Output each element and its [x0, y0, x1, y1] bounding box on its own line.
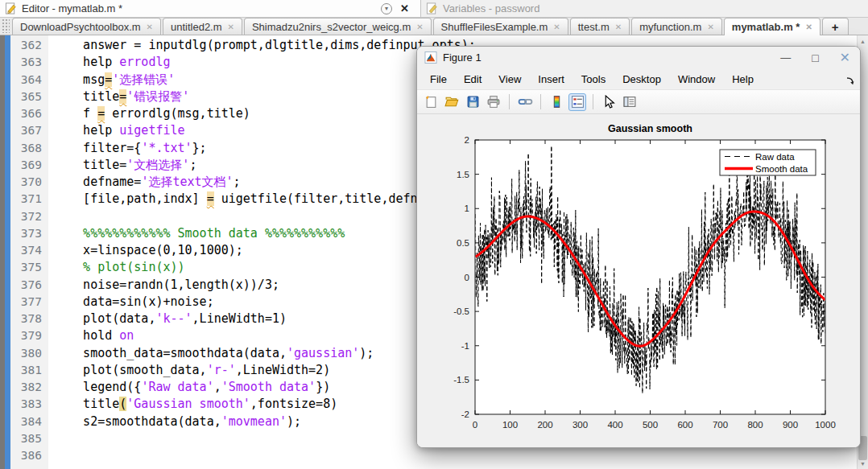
line-number-374[interactable]: 374 [10, 242, 42, 259]
plot-title: Gaussian smooth [608, 123, 692, 134]
line-number-368[interactable]: 368 [10, 140, 42, 157]
line-number-367[interactable]: 367 [10, 122, 42, 139]
variables-icon [426, 2, 438, 14]
figure-window[interactable]: Figure 1 — □ ✕ FileEditViewInsertToolsDe… [416, 46, 861, 448]
legend-entry-smooth-data: Smooth data [755, 164, 808, 174]
tab-close-icon[interactable]: ✕ [615, 23, 622, 31]
tab-close-icon[interactable]: ✕ [707, 23, 713, 31]
line-number-379[interactable]: 379 [10, 327, 42, 344]
insert-legend-icon[interactable] [568, 93, 586, 111]
line-number-373[interactable]: 373 [10, 225, 42, 242]
figure-title: Figure 1 [443, 51, 482, 64]
y-tick-label: -0.5 [453, 306, 469, 316]
tab-mymatlab-m[interactable]: mymatlab.m *✕ [724, 18, 820, 35]
line-number-gutter[interactable]: 3623633643653663673683693703713723733743… [10, 35, 48, 469]
line-number-383[interactable]: 383 [10, 396, 42, 413]
line-number-382[interactable]: 382 [10, 379, 42, 396]
tab-shimadzu2nirs-s2vector-weicg-m[interactable]: Shimadzu2nirs_s2vector_weicg.m✕ [244, 18, 432, 35]
x-tick-label: 900 [783, 420, 798, 430]
editor-icon [5, 2, 17, 14]
insert-colorbar-icon[interactable] [548, 93, 565, 111]
line-number-364[interactable]: 364 [10, 72, 42, 88]
line-number-378[interactable]: 378 [10, 311, 42, 327]
menu-tools[interactable]: Tools [581, 73, 606, 85]
menu-help[interactable]: Help [732, 73, 754, 85]
line-number-380[interactable]: 380 [10, 345, 42, 362]
line-number-376[interactable]: 376 [10, 277, 42, 294]
link-plot-icon[interactable] [516, 93, 534, 111]
menu-desktop[interactable]: Desktop [622, 73, 661, 85]
new-figure-icon[interactable] [422, 93, 440, 111]
tab-label: ttest.m [578, 21, 610, 33]
tab-close-icon[interactable]: ✕ [553, 23, 560, 31]
menu-edit[interactable]: Edit [464, 73, 482, 85]
figure-toolbar [417, 89, 860, 114]
x-tick-label: 1000 [815, 420, 836, 430]
tab-downloadpsychtoolbox-m[interactable]: DownloadPsychtoolbox.m✕ [12, 18, 161, 35]
open-file-icon[interactable] [443, 93, 461, 111]
gaussian-smooth-plot[interactable]: 01002003004005006007008009001000-2-1.5-1… [417, 115, 861, 448]
y-tick-label: 2 [465, 135, 469, 145]
tab-close-icon[interactable]: ✕ [147, 23, 153, 31]
line-number-381[interactable]: 381 [10, 362, 42, 379]
new-file-tab-button[interactable]: + [822, 18, 849, 35]
figure-titlebar[interactable]: Figure 1 — □ ✕ [417, 47, 860, 68]
tabstrip-grip-handle[interactable] [2, 19, 10, 33]
line-number-372[interactable]: 372 [10, 208, 42, 225]
menu-view[interactable]: View [498, 73, 521, 85]
tab-label: mymatlab.m * [732, 21, 800, 33]
code-line-386[interactable] [54, 447, 857, 464]
line-number-375[interactable]: 375 [10, 259, 42, 276]
x-tick-label: 700 [713, 420, 728, 430]
x-tick-label: 600 [677, 420, 692, 430]
plot-legend[interactable]: Raw dataSmooth data [720, 150, 816, 175]
figure-close-button[interactable]: ✕ [840, 50, 850, 65]
tab-close-icon[interactable]: ✕ [805, 23, 812, 31]
line-number-365[interactable]: 365 [10, 88, 42, 105]
figure-plot-canvas[interactable]: 01002003004005006007008009001000-2-1.5-1… [417, 115, 860, 447]
tab-label: untitled2.m [171, 21, 222, 33]
line-number-386[interactable]: 386 [10, 447, 42, 464]
save-figure-icon[interactable] [464, 93, 482, 111]
editor-close-button[interactable]: ✕ [400, 2, 409, 14]
line-number-362[interactable]: 362 [10, 37, 42, 54]
editor-actions-button[interactable]: ▾ [381, 3, 392, 14]
scrollbar-down-arrow[interactable]: ▼ [858, 458, 868, 469]
y-tick-label: -2 [461, 409, 469, 419]
menubar-overflow-arrow-icon[interactable] [846, 74, 854, 88]
line-number-384[interactable]: 384 [10, 413, 42, 430]
editor-panel-titlebar: Editor - mymatlab.m * ▾ ✕ [0, 0, 420, 18]
variables-panel-title: Variables - password [443, 2, 539, 14]
matlab-figure-icon [424, 51, 437, 64]
scrollbar-up-arrow[interactable]: ▲ [858, 35, 868, 47]
menu-window[interactable]: Window [678, 73, 715, 85]
tab-shufflefilesexample-m[interactable]: ShuffleFilesExample.m✕ [433, 18, 568, 35]
line-number-369[interactable]: 369 [10, 157, 42, 174]
tab-ttest-m[interactable]: ttest.m✕ [570, 18, 630, 35]
x-tick-label: 300 [572, 420, 588, 430]
tab-close-icon[interactable]: ✕ [228, 23, 234, 31]
x-tick-label: 0 [473, 420, 477, 430]
figure-maximize-button[interactable]: □ [812, 51, 818, 64]
line-number-363[interactable]: 363 [10, 54, 42, 71]
menu-insert[interactable]: Insert [538, 73, 564, 85]
tab-myfunction-m[interactable]: myfunction.m✕ [631, 18, 722, 35]
edit-plot-icon[interactable] [600, 93, 618, 111]
editor-panel-title: Editor - mymatlab.m * [22, 2, 122, 14]
print-figure-icon[interactable] [485, 93, 502, 111]
toolbar-separator [540, 94, 541, 109]
line-number-385[interactable]: 385 [10, 430, 42, 447]
line-number-370[interactable]: 370 [10, 174, 42, 191]
line-number-371[interactable]: 371 [10, 191, 42, 208]
executable-lines-indicator-bar [5, 35, 10, 469]
property-inspector-icon[interactable] [621, 93, 639, 111]
figure-minimize-button[interactable]: — [780, 51, 791, 64]
y-tick-label: -1 [461, 341, 469, 351]
tab-label: ShuffleFilesExample.m [441, 21, 548, 33]
line-number-366[interactable]: 366 [10, 105, 42, 122]
variables-panel-titlebar: Variables - password [420, 0, 868, 18]
menu-file[interactable]: File [430, 73, 447, 85]
tab-untitled2-m[interactable]: untitled2.m✕ [163, 18, 242, 35]
line-number-377[interactable]: 377 [10, 294, 42, 311]
tab-close-icon[interactable]: ✕ [416, 23, 423, 31]
